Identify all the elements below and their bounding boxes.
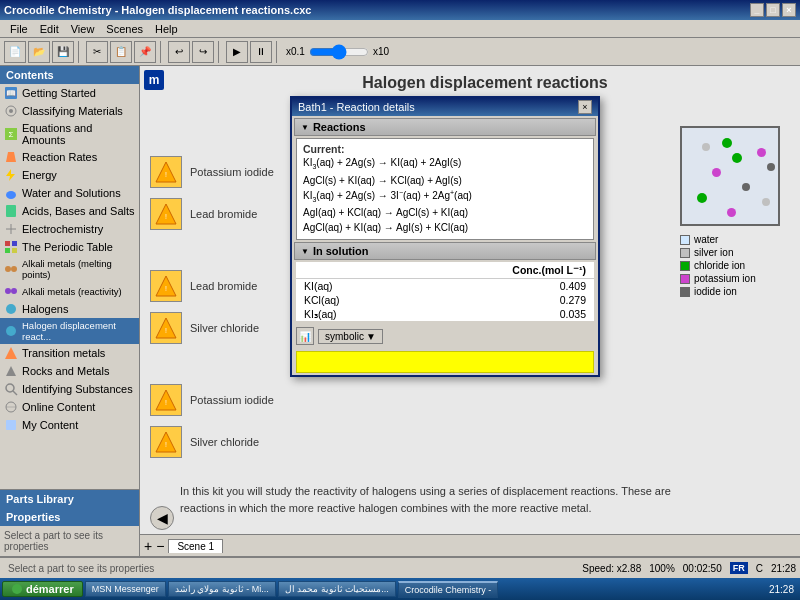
legend-iodide: iodide ion	[680, 286, 790, 297]
sidebar-item-label: Alkali metals (reactivity)	[22, 286, 122, 297]
particle-silver	[702, 143, 710, 151]
properties-header[interactable]: Properties	[0, 508, 139, 526]
solution-section-header[interactable]: In solution	[294, 242, 596, 260]
taskbar-mi[interactable]: ثانوية مولاي راشد - Mi...	[168, 581, 276, 597]
start-label: démarrer	[26, 583, 74, 595]
close-btn[interactable]: ×	[782, 3, 796, 17]
minimize-btn[interactable]: _	[750, 3, 764, 17]
sidebar-item-getting-started[interactable]: 📖 Getting Started	[0, 84, 139, 102]
sidebar-item-label: Reaction Rates	[22, 151, 97, 163]
symbolic-btn[interactable]: symbolic ▼	[318, 329, 383, 344]
svg-text:📖: 📖	[6, 88, 16, 98]
sidebar-item-reaction-rates[interactable]: Reaction Rates	[0, 148, 139, 166]
solution-table: Conc.(mol L⁻¹) KI(aq) 0.409 KCl(aq) 0.27…	[296, 262, 594, 321]
zoom-out-btn[interactable]: −	[156, 538, 164, 554]
copy-btn[interactable]: 📋	[110, 41, 132, 63]
sidebar-item-classifying[interactable]: Classifying Materials	[0, 102, 139, 120]
kit-icon-6: !	[150, 426, 182, 458]
zoom-in-btn[interactable]: +	[144, 538, 152, 554]
kit-item-1[interactable]: ! Potassium iodide	[150, 156, 274, 188]
solution-header-label: In solution	[313, 245, 369, 257]
timer: 00:02:50	[683, 563, 722, 574]
sidebar-item-equations[interactable]: Σ Equations and Amounts	[0, 120, 139, 148]
sidebar-item-mycontent[interactable]: My Content	[0, 416, 139, 434]
sidebar-item-acids[interactable]: Acids, Bases and Salts	[0, 202, 139, 220]
open-btn[interactable]: 📂	[28, 41, 50, 63]
taskbar-arabic[interactable]: مستحيات ثانوية محمد ال...	[278, 581, 396, 597]
window-controls: _ □ ×	[750, 3, 796, 17]
cube-box	[680, 126, 780, 226]
svg-text:!: !	[165, 171, 167, 178]
back-button[interactable]: ◀	[150, 506, 174, 530]
kit-item-4[interactable]: ! Silver chloride	[150, 312, 274, 344]
sidebar-item-halogen-displacement[interactable]: Halogen displacement react...	[0, 318, 139, 344]
sidebar-item-alkali1[interactable]: Alkali metals (melting points)	[0, 256, 139, 282]
reactions-header-label: Reactions	[313, 121, 366, 133]
save-btn[interactable]: 💾	[52, 41, 74, 63]
redo-btn[interactable]: ↪	[192, 41, 214, 63]
sidebar-item-periodic[interactable]: The Periodic Table	[0, 238, 139, 256]
dialog-close-btn[interactable]: ×	[578, 100, 592, 114]
kit-item-3[interactable]: ! Lead bromide	[150, 270, 274, 302]
taskbar-crocodile[interactable]: Crocodile Chemistry -	[398, 581, 499, 598]
parts-library-header[interactable]: Parts Library	[0, 490, 139, 508]
alkali2-icon	[4, 284, 18, 298]
zoom-right-label: x10	[373, 46, 389, 57]
kit-item-5[interactable]: ! Potassium iodide	[150, 384, 274, 416]
undo-btn[interactable]: ↩	[168, 41, 190, 63]
maximize-btn[interactable]: □	[766, 3, 780, 17]
svg-rect-13	[12, 241, 17, 246]
menu-edit[interactable]: Edit	[34, 21, 65, 37]
toolbar: 📄 📂 💾 ✂ 📋 📌 ↩ ↪ ▶ ⏸ x0.1 x10	[0, 38, 800, 66]
pause-btn[interactable]: ⏸	[250, 41, 272, 63]
sidebar: Contents 📖 Getting Started Classifying M…	[0, 66, 140, 556]
run-btn[interactable]: ▶	[226, 41, 248, 63]
svg-marker-23	[6, 366, 16, 376]
energy-icon	[4, 168, 18, 182]
identify-icon	[4, 382, 18, 396]
current-label: Current:	[303, 143, 587, 155]
sidebar-item-label: Rocks and Metals	[22, 365, 109, 377]
sidebar-item-water[interactable]: Water and Solutions	[0, 184, 139, 202]
dialog-title-bar[interactable]: Bath1 - Reaction details ×	[292, 98, 598, 116]
mycontent-icon	[4, 418, 18, 432]
sidebar-item-electrochemistry[interactable]: Electrochemistry	[0, 220, 139, 238]
sidebar-item-halogens[interactable]: Halogens	[0, 300, 139, 318]
kit-item-6[interactable]: ! Silver chloride	[150, 426, 274, 458]
sidebar-item-energy[interactable]: Energy	[0, 166, 139, 184]
paste-btn[interactable]: 📌	[134, 41, 156, 63]
taskbar-msn[interactable]: MSN Messenger	[85, 581, 166, 597]
sidebar-item-identifying[interactable]: Identifying Substances	[0, 380, 139, 398]
main-layout: Contents 📖 Getting Started Classifying M…	[0, 66, 800, 556]
cut-btn[interactable]: ✂	[86, 41, 108, 63]
graph-icon-btn[interactable]: 📊	[296, 327, 314, 345]
sidebar-item-transition[interactable]: Transition metals	[0, 344, 139, 362]
svg-text:!: !	[165, 285, 167, 292]
sidebar-item-label: Classifying Materials	[22, 105, 123, 117]
menu-help[interactable]: Help	[149, 21, 184, 37]
kit-items: ! Potassium iodide ! Lead bromide ! Lead…	[150, 156, 274, 458]
solution-row-1: KI(aq) 0.409	[296, 279, 594, 294]
kit-item-2[interactable]: ! Lead bromide	[150, 198, 274, 230]
zoom-slider[interactable]	[309, 44, 369, 60]
start-button[interactable]: démarrer	[2, 581, 83, 597]
reaction-1: KI3(aq) + 2Ag(s) → KI(aq) + 2AgI(s)	[303, 155, 587, 173]
sidebar-item-rocks[interactable]: Rocks and Metals	[0, 362, 139, 380]
svg-rect-14	[5, 248, 10, 253]
sidebar-item-label: The Periodic Table	[22, 241, 113, 253]
legend-potassium-color	[680, 274, 690, 284]
atom-icon	[4, 104, 18, 118]
sidebar-item-label: Halogen displacement react...	[22, 320, 135, 342]
scene-1-tab[interactable]: Scene 1	[168, 539, 223, 553]
menu-file[interactable]: File	[4, 21, 34, 37]
new-btn[interactable]: 📄	[4, 41, 26, 63]
sidebar-item-online[interactable]: Online Content	[0, 398, 139, 416]
menu-view[interactable]: View	[65, 21, 101, 37]
sidebar-item-label: Halogens	[22, 303, 68, 315]
dialog-title: Bath1 - Reaction details	[298, 101, 415, 113]
menu-scenes[interactable]: Scenes	[100, 21, 149, 37]
svg-marker-7	[6, 169, 15, 181]
kit-icon-4: !	[150, 312, 182, 344]
sidebar-item-alkali2[interactable]: Alkali metals (reactivity)	[0, 282, 139, 300]
reactions-section-header[interactable]: Reactions	[294, 118, 596, 136]
